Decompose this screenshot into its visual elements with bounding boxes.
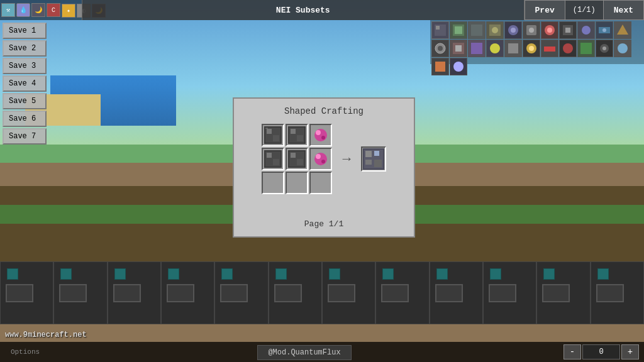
nei-item-17[interactable] [523,40,540,57]
svg-point-8 [511,28,516,33]
tech-block [322,261,375,324]
nei-item-2[interactable] [450,21,467,39]
svg-rect-37 [267,129,272,134]
svg-rect-14 [565,28,570,33]
save-button-1[interactable]: Save 1 [3,23,47,39]
nei-item-24[interactable] [450,58,467,75]
tech-block [375,261,429,324]
svg-point-15 [582,26,591,35]
nei-item-12[interactable] [431,40,449,57]
nei-item-14[interactable] [468,40,486,57]
nei-item-13[interactable] [450,40,467,57]
tech-blocks [0,261,644,324]
nei-item-6[interactable] [523,21,540,39]
svg-rect-22 [471,43,482,54]
crafting-area: → [242,124,406,194]
svg-rect-1 [436,26,440,30]
page-indicator: (1/1) [565,0,603,20]
craft-slot-3[interactable] [309,124,332,146]
tool-icon-5[interactable]: ✦ [62,4,75,18]
crafting-dialog: Shaped Crafting [233,97,415,238]
dialog-title: Shaped Crafting [242,106,406,116]
crafting-result[interactable] [361,146,386,172]
svg-point-12 [547,28,552,33]
nei-icons-panel [430,20,644,64]
save-button-4[interactable]: Save 4 [3,75,47,92]
plus-button[interactable]: + [621,344,639,359]
svg-rect-54 [297,159,303,165]
svg-point-57 [321,160,325,163]
save-button-5[interactable]: Save 5 [3,93,47,109]
nei-item-5[interactable] [504,21,522,39]
save-button-2[interactable]: Save 2 [3,40,47,57]
craft-slot-7[interactable] [262,172,284,194]
svg-rect-4 [471,25,482,36]
tech-block [0,261,53,324]
tech-block [269,261,322,324]
tool-icon-4[interactable]: C [47,3,60,17]
tech-block [536,261,590,324]
save-button-7[interactable]: Save 7 [3,128,47,145]
minus-button[interactable]: - [564,344,581,359]
nei-item-16[interactable] [504,40,522,57]
next-button[interactable]: Next [603,0,644,20]
nei-item-22[interactable] [614,40,631,57]
svg-point-44 [314,129,327,141]
svg-rect-21 [455,45,462,52]
svg-point-46 [321,136,325,140]
nei-item-15[interactable] [486,40,504,57]
nei-item-7[interactable] [541,21,558,39]
nei-item-8[interactable] [559,21,577,39]
nei-item-9[interactable] [577,21,595,39]
svg-rect-3 [455,26,462,34]
mod-name-area: @Mod.QuantumFlux [50,346,558,358]
svg-rect-24 [508,43,518,53]
nei-item-11[interactable] [614,21,631,39]
nei-item-18[interactable] [541,40,558,57]
tech-block [483,261,536,324]
top-bar-nav: Prev (1/1) Next [525,0,644,20]
svg-point-23 [490,43,500,53]
svg-point-32 [618,43,628,53]
quantity-value: 0 [582,344,620,359]
nei-item-21[interactable] [596,40,613,57]
nei-item-23[interactable] [431,58,449,75]
dialog-page-info: Page 1/1 [242,219,406,229]
nei-item-1[interactable] [431,21,449,39]
nei-item-3[interactable] [468,21,486,39]
svg-point-28 [563,43,573,53]
crafting-grid [262,124,332,194]
svg-rect-43 [297,135,303,141]
nei-item-4[interactable] [486,21,504,39]
save-button-3[interactable]: Save 3 [3,58,47,74]
tech-block [430,261,483,324]
prev-button[interactable]: Prev [525,0,565,20]
icon-row: ⚒ 💧 🌙 C [1,3,60,17]
craft-slot-4[interactable] [262,148,284,170]
svg-rect-60 [365,151,372,157]
svg-point-19 [438,46,443,51]
craft-slot-8[interactable] [286,172,308,194]
svg-rect-42 [291,129,296,134]
options-label: Options [11,348,40,356]
craft-slot-2[interactable] [286,124,308,146]
svg-point-26 [529,46,534,51]
svg-rect-29 [580,43,592,54]
nei-subsets-label: NEI Subsets [276,6,330,15]
craft-slot-6[interactable] [309,148,332,170]
craft-slot-9[interactable] [309,172,332,194]
top-bar-icons: ⚒ 💧 🌙 C ✦ ◐ 🌙 [0,0,82,20]
tool-icon-3[interactable]: 🌙 [31,3,45,17]
svg-rect-53 [291,153,296,158]
tool-icon-2[interactable]: 💧 [16,3,30,17]
nei-item-20[interactable] [577,40,595,57]
save-button-6[interactable]: Save 6 [3,111,47,127]
svg-rect-61 [374,160,382,167]
nei-item-19[interactable] [559,40,577,57]
tool-icon-1[interactable]: ⚒ [1,3,15,17]
craft-slot-5[interactable] [286,148,308,170]
nei-item-10[interactable] [596,21,613,39]
nei-subsets-area[interactable]: NEI Subsets [82,0,525,20]
svg-rect-39 [273,135,279,141]
craft-slot-1[interactable] [262,124,284,146]
